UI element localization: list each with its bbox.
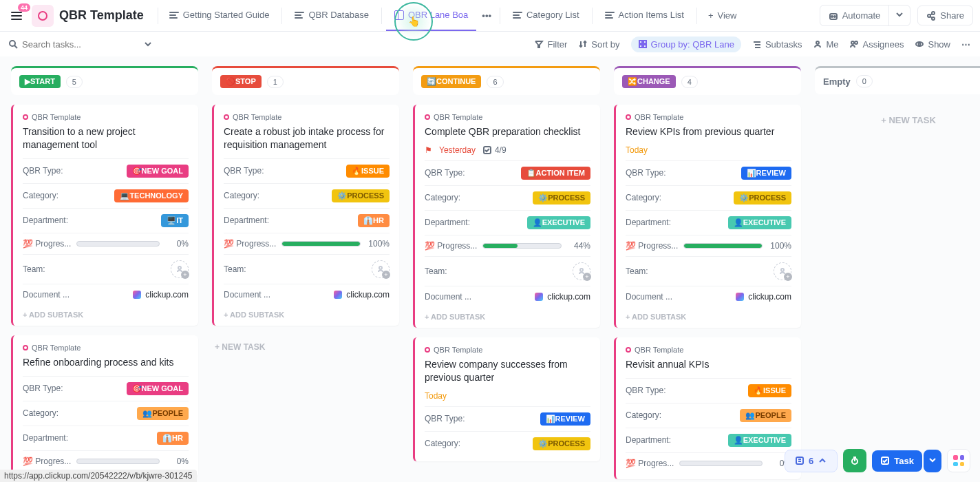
task-card[interactable]: QBR Template Review company successes fr… — [413, 337, 600, 461]
doc-icon — [169, 10, 179, 20]
svg-point-27 — [580, 269, 583, 271]
tag-executive[interactable]: 👤EXECUTIVE — [527, 216, 590, 229]
sort-icon — [578, 39, 588, 49]
column-header-empty[interactable]: Empty 0 — [815, 66, 980, 94]
add-subtask-button[interactable]: + ADD SUBTASK — [626, 307, 791, 322]
tag-people[interactable]: 👥PEOPLE — [137, 407, 189, 420]
tag-issue[interactable]: 🔥ISSUE — [748, 384, 791, 397]
task-card[interactable]: QBR Template Create a robust job intake … — [212, 105, 399, 326]
search-icon — [8, 39, 18, 49]
tag-process[interactable]: ⚙️PROCESS — [332, 189, 390, 202]
due-date: Today — [626, 145, 648, 155]
share-button[interactable]: Share — [917, 6, 973, 25]
tag-executive[interactable]: 👤EXECUTIVE — [728, 434, 791, 447]
share-icon — [926, 11, 936, 21]
subtasks-button[interactable]: Subtasks — [752, 39, 802, 50]
new-task-button[interactable]: + NEW TASK — [815, 104, 980, 136]
svg-point-19 — [816, 41, 819, 44]
new-task-button[interactable]: + NEW TASK — [212, 335, 399, 359]
task-card[interactable]: QBR Template Complete QBR preparation ch… — [413, 105, 600, 328]
svg-point-2 — [834, 16, 835, 17]
add-subtask-button[interactable]: + ADD SUBTASK — [425, 307, 590, 322]
list-dot-icon — [224, 114, 229, 120]
add-assignee[interactable]: + — [171, 260, 189, 278]
tab-category-list[interactable]: Category List — [504, 0, 588, 31]
tag-process[interactable]: ⚙️PROCESS — [533, 437, 590, 450]
menu-button[interactable]: 44 — [7, 6, 26, 25]
task-card[interactable]: QBR Template Transition to a new project… — [11, 105, 198, 326]
doc-link[interactable]: clickup.com — [736, 292, 791, 302]
tag-issue[interactable]: 🔥ISSUE — [346, 165, 390, 178]
filter-button[interactable]: Filter — [534, 39, 567, 50]
me-button[interactable]: Me — [813, 39, 838, 50]
column-header-start[interactable]: ▶START 5 — [11, 66, 198, 95]
kanban-board: ▶START 5 QBR Template Transition to a ne… — [0, 56, 980, 482]
list-dot-icon — [425, 114, 430, 120]
tag-process[interactable]: ⚙️PROCESS — [734, 191, 791, 205]
tab-qbr-lane-board[interactable]: QBR Lane Boa — [386, 0, 476, 31]
list-dot-icon — [23, 114, 28, 120]
doc-link[interactable]: clickup.com — [133, 290, 189, 300]
timer-button[interactable] — [843, 449, 866, 472]
add-subtask-button[interactable]: + ADD SUBTASK — [224, 305, 390, 320]
status-bar-url: https://app.clickup.com/20542222/v/b/kjw… — [0, 470, 197, 482]
tag-newgoal[interactable]: 🎯NEW GOAL — [127, 165, 189, 178]
tag-hr[interactable]: 👔HR — [157, 432, 189, 445]
tab-getting-started[interactable]: Getting Started Guide — [161, 0, 278, 31]
add-assignee[interactable]: + — [372, 260, 390, 278]
tag-process[interactable]: ⚙️PROCESS — [533, 191, 590, 205]
tag-review[interactable]: 📊REVIEW — [540, 412, 590, 426]
apps-button[interactable] — [947, 449, 970, 472]
progress-bar — [76, 459, 160, 464]
tag-it[interactable]: 🖥️IT — [161, 214, 189, 227]
assignees-button[interactable]: Assignees — [849, 39, 904, 50]
svg-point-23 — [919, 43, 921, 45]
lane-count: 6 — [487, 76, 503, 88]
column-header-stop[interactable]: 🚫STOP 1 — [212, 66, 399, 95]
tag-technology[interactable]: 💻TECHNOLOGY — [114, 189, 189, 202]
doc-link[interactable]: clickup.com — [334, 290, 390, 300]
add-subtask-button[interactable]: + ADD SUBTASK — [23, 305, 189, 320]
column-header-continue[interactable]: 🔄CONTINUE 6 — [413, 66, 600, 95]
workspace-icon[interactable] — [32, 5, 54, 27]
tag-people[interactable]: 👥PEOPLE — [740, 409, 791, 422]
progress-bar — [679, 461, 763, 466]
search-input[interactable] — [22, 39, 132, 50]
notes-pill[interactable]: 6 — [785, 450, 838, 472]
divider — [592, 8, 593, 24]
tab-qbr-database[interactable]: QBR Database — [286, 0, 376, 31]
board-icon — [394, 10, 404, 20]
task-card[interactable]: QBR Template Refine onboarding process a… — [11, 335, 198, 477]
tag-review[interactable]: 📊REVIEW — [741, 167, 791, 180]
group-by-pill[interactable]: Group by: QBR Lane — [631, 36, 741, 52]
view-tabs: Getting Started Guide QBR Database QBR L… — [161, 0, 744, 31]
task-fab-dropdown[interactable] — [924, 450, 941, 472]
floating-actions: 6 Task — [785, 449, 970, 472]
automate-dropdown[interactable] — [888, 6, 910, 25]
lane-badge: 🚫STOP — [220, 75, 262, 88]
checklist-count: 4/9 — [482, 145, 507, 155]
doc-link[interactable]: clickup.com — [535, 292, 590, 302]
tab-action-items[interactable]: Action Items List — [597, 0, 692, 31]
add-assignee[interactable]: + — [573, 262, 590, 280]
toolbar-more[interactable]: ⋯ — [961, 39, 972, 50]
note-icon — [795, 456, 805, 465]
tag-action[interactable]: 📋ACTION ITEM — [521, 167, 591, 180]
add-assignee[interactable]: + — [774, 262, 791, 280]
add-view-button[interactable]: + View — [701, 10, 744, 21]
chevron-down-icon[interactable] — [143, 39, 153, 49]
automate-button[interactable]: Automate — [820, 6, 889, 25]
tag-executive[interactable]: 👤EXECUTIVE — [728, 216, 791, 229]
show-button[interactable]: Show — [915, 39, 950, 50]
sort-button[interactable]: Sort by — [578, 39, 619, 50]
tag-hr[interactable]: 👔HR — [358, 214, 390, 227]
svg-point-20 — [851, 41, 854, 44]
task-card[interactable]: QBR Template Revisit annual KPIs QBR Typ… — [614, 337, 801, 479]
tag-newgoal[interactable]: 🎯NEW GOAL — [127, 382, 189, 395]
tab-more-button[interactable]: ••• — [478, 10, 496, 21]
task-card[interactable]: QBR Template Review KPIs from previous q… — [614, 105, 801, 328]
column-header-change[interactable]: 🔀CHANGE 4 — [614, 66, 801, 95]
new-task-fab[interactable]: Task — [872, 450, 922, 472]
due-date: Yesterday — [439, 145, 476, 155]
group-icon — [638, 39, 648, 49]
